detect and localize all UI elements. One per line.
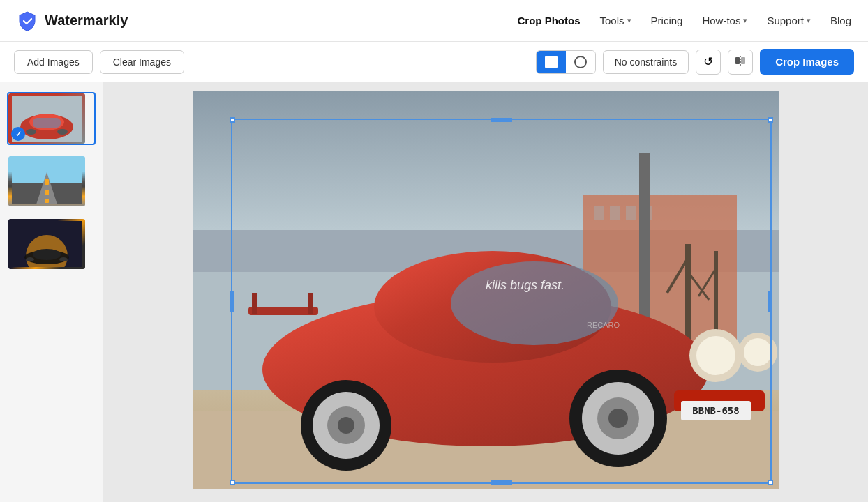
svg-point-53 [338, 417, 354, 434]
car-illustration: kills bugs fast. [193, 91, 779, 489]
howtos-chevron-icon: ▾ [743, 16, 747, 25]
main-image: kills bugs fast. [193, 91, 779, 489]
svg-rect-6 [26, 129, 36, 135]
svg-text:BBNB-658: BBNB-658 [692, 405, 739, 416]
thumbnail-3-image [8, 219, 85, 269]
nav-howtos[interactable]: How-tos ▾ [702, 15, 747, 26]
main-area: ✓ [0, 82, 868, 502]
nav-crop-photos[interactable]: Crop Photos [518, 15, 581, 26]
svg-rect-44 [252, 293, 257, 314]
circle-crop-button[interactable] [566, 51, 595, 73]
flip-icon [734, 54, 747, 69]
tools-chevron-icon: ▾ [627, 16, 631, 25]
nav-pricing[interactable]: Pricing [651, 15, 683, 26]
svg-text:RECARO: RECARO [587, 321, 620, 329]
svg-point-18 [33, 249, 61, 260]
svg-point-57 [744, 338, 772, 366]
svg-text:kills bugs fast.: kills bugs fast. [486, 278, 564, 292]
nav-support[interactable]: Support ▾ [767, 15, 811, 26]
svg-rect-45 [308, 293, 313, 314]
svg-rect-28 [610, 206, 620, 220]
thumbnail-2-image [8, 156, 85, 206]
brand-logo[interactable]: Watermarkly [17, 10, 128, 31]
svg-point-49 [608, 409, 628, 428]
shape-toggle [536, 50, 596, 74]
svg-rect-29 [626, 206, 636, 220]
constraint-button[interactable]: No constraints [603, 50, 689, 74]
thumbnail-1[interactable]: ✓ [7, 92, 96, 145]
canvas-area: kills bugs fast. [103, 82, 868, 502]
toolbar: Add Images Clear Images No constraints ↺… [0, 42, 868, 82]
thumbnail-3[interactable] [7, 218, 96, 271]
selected-check-icon: ✓ [11, 127, 25, 141]
svg-rect-7 [57, 129, 68, 135]
svg-point-41 [451, 261, 618, 345]
clear-images-button[interactable]: Clear Images [100, 50, 184, 74]
svg-rect-13 [45, 190, 49, 195]
svg-point-55 [696, 336, 735, 375]
nav-tools[interactable]: Tools ▾ [600, 15, 631, 26]
shield-icon [17, 10, 38, 31]
svg-rect-0 [735, 57, 740, 64]
svg-rect-8 [33, 118, 61, 128]
image-container: kills bugs fast. [193, 91, 779, 489]
svg-rect-20 [59, 257, 68, 261]
support-chevron-icon: ▾ [807, 16, 811, 25]
svg-rect-1 [741, 57, 745, 64]
crop-images-button[interactable]: Crop Images [760, 49, 854, 75]
thumbnail-2[interactable] [7, 155, 96, 208]
rotate-button[interactable]: ↺ [696, 50, 721, 75]
nav-blog[interactable]: Blog [830, 15, 851, 26]
square-crop-button[interactable] [537, 51, 566, 73]
svg-rect-27 [594, 206, 604, 220]
navbar: Watermarkly Crop Photos Tools ▾ Pricing … [0, 0, 868, 42]
square-icon [545, 56, 558, 68]
svg-rect-14 [45, 199, 49, 203]
svg-rect-19 [26, 257, 34, 261]
circle-icon [574, 56, 587, 68]
add-images-button[interactable]: Add Images [14, 50, 93, 74]
svg-rect-12 [45, 179, 49, 185]
flip-button[interactable] [728, 50, 753, 75]
rotate-icon: ↺ [703, 54, 713, 69]
brand-name: Watermarkly [45, 13, 128, 29]
image-sidebar: ✓ [0, 82, 103, 502]
nav-links: Crop Photos Tools ▾ Pricing How-tos ▾ Su… [518, 15, 851, 26]
